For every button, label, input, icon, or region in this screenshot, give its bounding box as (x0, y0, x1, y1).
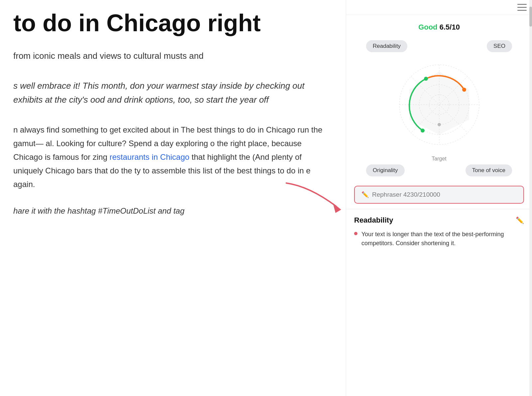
bullet-dot (354, 232, 357, 235)
menu-line-2 (517, 7, 527, 8)
tone-of-voice-tab[interactable]: Tone of voice (466, 164, 512, 176)
body-text: n always find something to get excited a… (13, 123, 332, 191)
rephraser-icon: ✏️ (361, 191, 369, 198)
sidebar: Good 6.5/10 Readability SEO (346, 0, 532, 396)
svg-point-11 (421, 129, 425, 133)
radar-target-label: Target (359, 156, 519, 162)
score-display: Good 6.5/10 (418, 23, 460, 31)
edit-icon[interactable]: ✏️ (516, 216, 524, 224)
chicago-restaurants-link[interactable]: restaurants in Chicago (109, 152, 189, 161)
radar-container: Readability SEO (346, 37, 532, 183)
radar-bottom-labels: Originality Tone of voice (359, 162, 519, 176)
content-area: to do in Chicago right from iconic meals… (0, 0, 346, 396)
menu-icon[interactable] (517, 4, 527, 11)
readability-section: Readability ✏️ Your text is longer than … (346, 209, 532, 254)
readability-title: Readability (354, 216, 393, 225)
italic-footer: hare it with the hashtag #TimeOutDoList … (13, 204, 332, 218)
svg-point-10 (462, 88, 466, 92)
menu-line-1 (517, 4, 527, 5)
readability-item: Your text is longer than the text of the… (354, 230, 524, 248)
seo-tab[interactable]: SEO (487, 40, 512, 52)
sidebar-top-bar (346, 0, 532, 15)
readability-item-text: Your text is longer than the text of the… (361, 230, 524, 248)
menu-line-3 (517, 10, 527, 11)
readability-tab[interactable]: Readability (366, 40, 407, 52)
readability-header: Readability ✏️ (354, 216, 524, 225)
score-section: Good 6.5/10 (346, 15, 532, 37)
originality-tab[interactable]: Originality (366, 164, 405, 176)
italic-block: s well embrace it! This month, don your … (13, 79, 332, 107)
score-good-label: Good (418, 23, 437, 31)
subtitle-text: from iconic meals and views to cultural … (13, 50, 332, 62)
scrollbar-thumb[interactable] (529, 7, 532, 27)
svg-point-9 (424, 77, 428, 81)
rephraser-button[interactable]: ✏️ Rephraser 4230/210000 (354, 186, 524, 204)
radar-top-labels: Readability SEO (359, 40, 519, 52)
rephraser-label: Rephraser 4230/210000 (372, 191, 440, 198)
score-value: 6.5/10 (440, 23, 460, 31)
page-title: to do in Chicago right (13, 10, 332, 36)
rephraser-wrap: ✏️ Rephraser 4230/210000 (346, 183, 532, 209)
radar-chart (359, 55, 519, 154)
svg-point-12 (438, 123, 441, 126)
